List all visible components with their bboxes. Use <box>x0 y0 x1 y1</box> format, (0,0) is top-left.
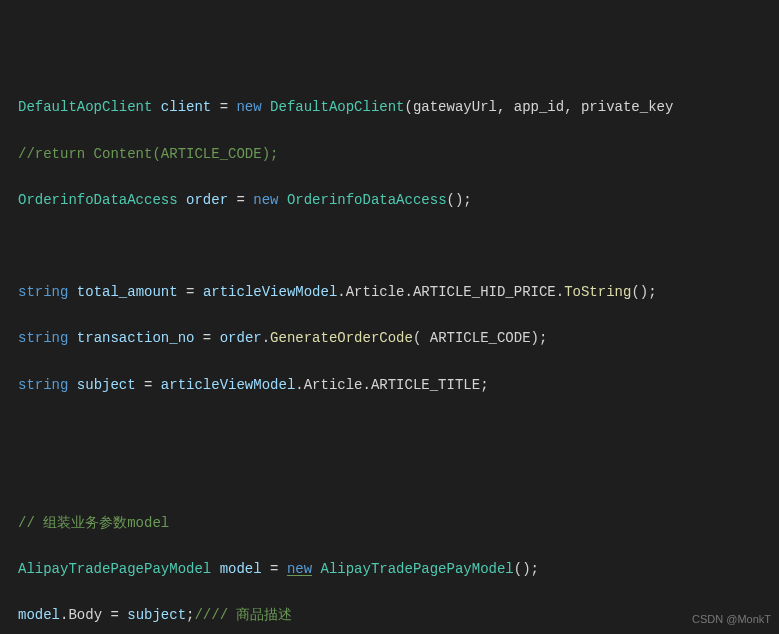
code-line: model.Body = subject;//// 商品描述 <box>18 604 779 627</box>
variable-token: client <box>161 99 211 115</box>
code-line: //return Content(ARTICLE_CODE); <box>18 143 779 166</box>
code-line: string total_amount = articleViewModel.A… <box>18 281 779 304</box>
code-line <box>18 420 779 443</box>
code-line: AlipayTradePagePayModel model = new Alip… <box>18 558 779 581</box>
comment-token: //return Content(ARTICLE_CODE); <box>18 146 278 162</box>
code-line: DefaultAopClient client = new DefaultAop… <box>18 96 779 119</box>
code-line <box>18 466 779 489</box>
code-line <box>18 235 779 258</box>
comment-token: // 组装业务参数model <box>18 515 169 531</box>
code-line: OrderinfoDataAccess order = new Orderinf… <box>18 189 779 212</box>
code-line: string transaction_no = order.GenerateOr… <box>18 327 779 350</box>
code-editor: DefaultAopClient client = new DefaultAop… <box>18 96 779 634</box>
type-token: DefaultAopClient <box>18 99 152 115</box>
watermark: CSDN @MonkT <box>692 610 771 628</box>
code-line: // 组装业务参数model <box>18 512 779 535</box>
code-line: string subject = articleViewModel.Articl… <box>18 374 779 397</box>
